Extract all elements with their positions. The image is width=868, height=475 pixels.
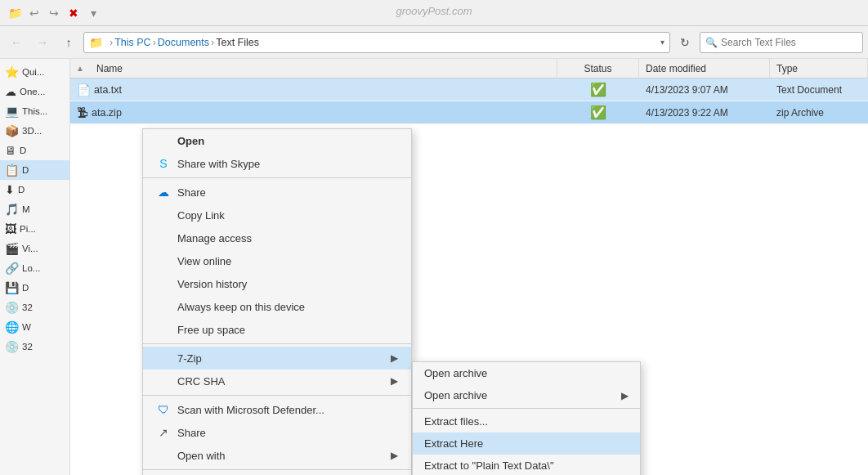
breadcrumb-this-pc[interactable]: This PC — [114, 37, 150, 48]
file-status-txt: ✅ — [557, 82, 639, 97]
col-header-type[interactable]: Type — [770, 59, 868, 78]
ctx-item-share2[interactable]: ↗ Share — [143, 421, 411, 444]
table-row[interactable]: 🗜 ata.zip ✅ 4/13/2023 9:22 AM zip Archiv… — [70, 101, 868, 124]
share2-icon: ↗ — [156, 425, 171, 440]
onedrive-icon: ☁ — [5, 85, 16, 98]
32-2-icon: 💿 — [5, 340, 19, 353]
title-bar-icons: 📁 ↩ ↪ ✖ ▾ — [7, 5, 101, 21]
redo-icon[interactable]: ↪ — [46, 5, 62, 21]
sidebar-item-thispc[interactable]: 💻 This... — [0, 101, 69, 121]
sidebar-label-downloads: D — [18, 185, 25, 195]
context-menu: Open S Share with Skype ☁ Share Copy Lin… — [142, 128, 412, 475]
ctx-item-always-keep[interactable]: Always keep on this device — [143, 295, 411, 318]
title-bar: 📁 ↩ ↪ ✖ ▾ groovyPost.com — [0, 0, 868, 26]
col-header-name[interactable]: Name — [90, 59, 557, 78]
ctx-item-version-history[interactable]: Version history — [143, 272, 411, 295]
desktop-icon: 🖥 — [5, 144, 16, 157]
sub-separator-1 — [413, 408, 640, 409]
open-with-arrow-icon: ▶ — [391, 450, 398, 461]
3d-icon: 📦 — [5, 124, 19, 137]
col-header-status[interactable]: Status — [557, 59, 639, 78]
file-status-zip: ✅ — [557, 105, 639, 120]
crc-sha-arrow-icon: ▶ — [391, 375, 398, 387]
forward-button[interactable]: → — [31, 31, 54, 54]
7zip-arrow-icon: ▶ — [391, 352, 398, 364]
defender-icon: 🛡 — [156, 402, 171, 417]
col-date-label: Date modified — [646, 63, 706, 74]
sidebar-item-documents[interactable]: 📋 D — [0, 160, 69, 180]
sidebar-label-documents: D — [22, 165, 29, 175]
sidebar-item-3d[interactable]: 📦 3D... — [0, 121, 69, 141]
close-title-icon[interactable]: ✖ — [65, 5, 82, 21]
ctx-item-7zip[interactable]: 7-Zip ▶ — [143, 347, 411, 370]
open-archive2-arrow: ▶ — [621, 390, 629, 401]
sub-item-open-archive[interactable]: Open archive — [413, 362, 640, 384]
sidebar-label-quickaccess: Qui... — [22, 67, 44, 77]
more-icon[interactable]: ▾ — [85, 5, 101, 21]
col-header-date[interactable]: Date modified — [639, 59, 770, 78]
ctx-item-share[interactable]: ☁ Share — [143, 181, 411, 204]
7zip-icon — [156, 351, 171, 365]
ctx-item-share-skype[interactable]: S Share with Skype — [143, 152, 411, 175]
sidebar-label-3d: 3D... — [22, 126, 42, 136]
sidebar-item-32-1[interactable]: 💿 32 — [0, 298, 69, 317]
up-arrow-button[interactable]: ▲ — [70, 64, 90, 73]
sidebar-item-music[interactable]: 🎵 M — [0, 199, 69, 219]
sub-item-extract-to[interactable]: Extract to "Plain Text Data\" — [413, 455, 640, 475]
sidebar-item-32-2[interactable]: 💿 32 — [0, 337, 69, 356]
file-date-txt: 4/13/2023 9:07 AM — [639, 84, 770, 96]
search-bar[interactable]: 🔍 — [700, 32, 863, 53]
sidebar-item-drive-d[interactable]: 💾 D — [0, 278, 69, 298]
breadcrumb-text-files: Text Files — [216, 37, 259, 48]
ctx-item-defender[interactable]: 🛡 Scan with Microsoft Defender... — [143, 398, 411, 421]
sidebar-item-onedrive[interactable]: ☁ One... — [0, 82, 69, 101]
sub-item-extract-files[interactable]: Extract files... — [413, 410, 640, 432]
table-row[interactable]: 📄 ata.txt ✅ 4/13/2023 9:07 AM Text Docum… — [70, 78, 868, 101]
watermark: groovyPost.com — [396, 5, 472, 17]
ctx-item-view-online[interactable]: View online — [143, 249, 411, 272]
quickaccess-icon: ⭐ — [5, 65, 19, 78]
sidebar-label-32-1: 32 — [22, 302, 33, 312]
ctx-item-open[interactable]: Open — [143, 129, 411, 152]
open-with-icon — [156, 448, 171, 463]
sidebar-item-videos[interactable]: 🎬 Vi... — [0, 239, 69, 258]
sidebar-item-pictures[interactable]: 🖼 Pi... — [0, 219, 69, 239]
sidebar-item-desktop[interactable]: 🖥 D — [0, 141, 69, 160]
ctx-separator-4 — [143, 469, 411, 470]
breadcrumb[interactable]: 📁 › This PC › Documents › Text Files ▾ — [83, 32, 670, 53]
sidebar-item-quickaccess[interactable]: ⭐ Qui... — [0, 62, 69, 82]
sidebar-item-local1[interactable]: 🔗 Lo... — [0, 258, 69, 278]
drive-d-icon: 💾 — [5, 281, 19, 294]
col-type-label: Type — [776, 63, 798, 74]
free-space-icon — [156, 322, 171, 337]
file-name-txt: 📄 ata.txt — [70, 83, 557, 96]
submenu-7zip: Open archive Open archive ▶ Extract file… — [412, 361, 641, 475]
music-icon: 🎵 — [5, 203, 19, 216]
ctx-label-copy-link: Copy Link — [177, 209, 225, 222]
w-icon: 🌐 — [5, 320, 19, 334]
ctx-label-share2: Share — [177, 427, 206, 439]
ctx-item-open-with[interactable]: Open with ▶ — [143, 444, 411, 467]
sidebar-item-downloads[interactable]: ⬇ D — [0, 180, 69, 199]
breadcrumb-folder-icon: 📁 — [89, 36, 103, 49]
up-button[interactable]: ↑ — [57, 31, 80, 54]
undo-icon[interactable]: ↩ — [26, 5, 43, 21]
breadcrumb-documents[interactable]: Documents — [158, 37, 209, 48]
always-keep-icon — [156, 299, 171, 314]
sidebar-item-w[interactable]: 🌐 W — [0, 317, 69, 337]
sub-item-open-archive2[interactable]: Open archive ▶ — [413, 384, 640, 406]
crc-sha-icon — [156, 374, 171, 388]
sidebar-label-local1: Lo... — [22, 263, 40, 273]
back-button[interactable]: ← — [5, 31, 28, 54]
refresh-button[interactable]: ↻ — [673, 31, 696, 54]
ctx-item-copy-link[interactable]: Copy Link — [143, 204, 411, 226]
ctx-item-crc-sha[interactable]: CRC SHA ▶ — [143, 370, 411, 392]
ctx-label-share-skype: Share with Skype — [177, 158, 260, 170]
breadcrumb-dropdown-icon[interactable]: ▾ — [660, 38, 664, 47]
search-input[interactable] — [721, 37, 857, 48]
sub-item-extract-here[interactable]: Extract Here — [413, 432, 640, 455]
zip-file-icon: 🗜 — [77, 106, 88, 119]
ctx-label-always-keep: Always keep on this device — [177, 301, 305, 313]
ctx-item-free-space[interactable]: Free up space — [143, 318, 411, 341]
ctx-item-manage-access[interactable]: Manage access — [143, 226, 411, 249]
